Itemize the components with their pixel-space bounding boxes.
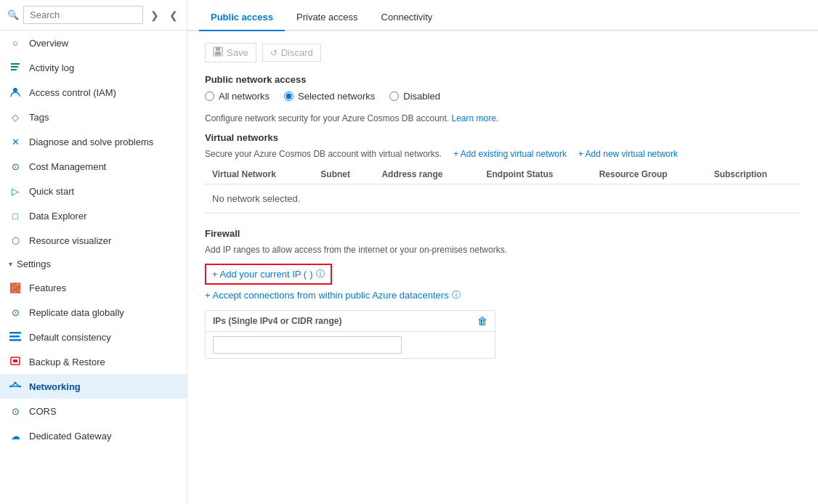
ip-column-header: IPs (Single IPv4 or CIDR range) — [213, 316, 341, 326]
radio-disabled[interactable]: Disabled — [389, 91, 440, 102]
public-network-access-section: Public network access All networks Selec… — [205, 74, 801, 123]
sidebar: 🔍 ❯ ❮ ○ Overview Activity log Access con… — [0, 0, 187, 504]
sidebar-item-gateway[interactable]: ☁ Dedicated Gateway — [0, 423, 187, 448]
discard-icon: ↺ — [270, 48, 278, 58]
sidebar-item-activity-log[interactable]: Activity log — [0, 55, 187, 80]
gateway-icon: ☁ — [9, 429, 22, 442]
resource-vis-icon: ⬡ — [9, 234, 22, 247]
network-access-desc-text: Configure network security for your Azur… — [205, 113, 449, 123]
sidebar-item-label: Overview — [29, 38, 68, 49]
svg-rect-6 — [9, 339, 21, 341]
firewall-title: Firewall — [205, 228, 801, 239]
svg-rect-0 — [11, 63, 20, 65]
search-input[interactable] — [23, 6, 143, 24]
sidebar-item-cors[interactable]: ⊙ CORS — [0, 399, 187, 423]
accept-connections-label: + Accept connections from within public … — [205, 290, 449, 301]
radio-all-networks-input[interactable] — [205, 92, 214, 101]
sidebar-item-label: Activity log — [29, 62, 74, 73]
svg-rect-8 — [13, 359, 17, 362]
settings-section-header[interactable]: ▾ Settings — [0, 253, 187, 275]
col-virtual-network: Virtual Network — [205, 165, 313, 184]
sidebar-item-label: CORS — [29, 406, 57, 417]
svg-point-14 — [19, 386, 21, 388]
cost-icon: ⊙ — [9, 160, 22, 173]
tab-bar: Public access Private access Connectivit… — [187, 0, 818, 31]
svg-rect-1 — [11, 66, 18, 68]
sidebar-item-cost[interactable]: ⊙ Cost Management — [0, 154, 187, 179]
ip-input[interactable] — [213, 336, 402, 354]
backup-icon — [9, 355, 22, 368]
svg-point-3 — [13, 88, 17, 92]
sidebar-item-label: Backup & Restore — [29, 357, 105, 367]
sidebar-item-diagnose[interactable]: ✕ Diagnose and solve problems — [0, 129, 187, 154]
sidebar-item-resource-vis[interactable]: ⬡ Resource visualizer — [0, 228, 187, 253]
data-explorer-icon: □ — [9, 209, 22, 222]
vnet-desc: Secure your Azure Cosmos DB account with… — [205, 149, 442, 159]
svg-rect-5 — [9, 336, 20, 338]
sidebar-item-tags[interactable]: ◇ Tags — [0, 105, 187, 129]
add-existing-vnet-link[interactable]: + Add existing virtual network — [453, 149, 567, 159]
search-bar: 🔍 ❯ ❮ — [0, 0, 187, 31]
sidebar-item-label: Cost Management — [29, 161, 106, 172]
col-endpoint-status: Endpoint Status — [479, 165, 592, 184]
tab-public-access[interactable]: Public access — [199, 6, 285, 31]
settings-label: Settings — [17, 259, 51, 269]
tab-connectivity[interactable]: Connectivity — [370, 6, 445, 31]
network-access-radio-group: All networks Selected networks Disabled — [205, 91, 801, 102]
vnet-title: Virtual networks — [205, 132, 801, 143]
delete-ip-icon[interactable]: 🗑 — [477, 315, 487, 327]
sidebar-item-replicate[interactable]: ⊙ Replicate data globally — [0, 300, 187, 325]
nav-forward-icon[interactable]: ❯ — [147, 8, 162, 23]
add-current-ip-btn[interactable]: + Add your current IP ( ) ⓘ — [205, 264, 332, 285]
col-subscription: Subscription — [707, 165, 801, 184]
sidebar-item-iam[interactable]: Access control (IAM) — [0, 80, 187, 105]
search-icon: 🔍 — [7, 9, 19, 20]
sidebar-item-label: Resource visualizer — [29, 235, 111, 246]
discard-button[interactable]: ↺ Discard — [262, 44, 321, 62]
svg-rect-17 — [215, 52, 221, 55]
learn-more-link[interactable]: Learn more. — [451, 113, 498, 123]
sidebar-item-label: Data Explorer — [29, 211, 86, 221]
replicate-icon: ⊙ — [9, 306, 22, 319]
consistency-icon — [9, 330, 22, 344]
sidebar-item-quickstart[interactable]: ▷ Quick start — [0, 179, 187, 203]
col-address-range: Address range — [374, 165, 479, 184]
radio-selected-networks[interactable]: Selected networks — [284, 91, 375, 102]
sidebar-item-features[interactable]: 🧱 Features — [0, 275, 187, 300]
sidebar-item-networking[interactable]: Networking — [0, 374, 187, 399]
radio-selected-networks-input[interactable] — [284, 92, 293, 101]
nav-back-icon[interactable]: ❮ — [166, 8, 181, 23]
add-new-vnet-link[interactable]: + Add new virtual network — [578, 149, 678, 159]
svg-rect-4 — [9, 332, 21, 334]
networking-icon — [9, 380, 22, 393]
firewall-section: Firewall Add IP ranges to allow access f… — [205, 228, 801, 359]
add-ip-label: + Add your current IP ( — [212, 269, 307, 280]
sidebar-item-backup[interactable]: Backup & Restore — [0, 349, 187, 374]
vnet-table: Virtual Network Subnet Address range End… — [205, 165, 801, 184]
save-label: Save — [227, 47, 248, 58]
radio-disabled-input[interactable] — [389, 92, 399, 101]
accept-connections-link[interactable]: + Accept connections from within public … — [205, 289, 801, 301]
toolbar: Save ↺ Discard — [205, 43, 801, 62]
features-icon: 🧱 — [9, 281, 22, 294]
save-button[interactable]: Save — [205, 43, 256, 62]
sidebar-item-label: Tags — [29, 112, 49, 123]
sidebar-item-label: Networking — [29, 381, 81, 392]
public-network-title: Public network access — [205, 74, 801, 85]
firewall-desc: Add IP ranges to allow access from the i… — [205, 245, 801, 255]
tab-private-access[interactable]: Private access — [285, 6, 370, 31]
svg-point-12 — [15, 382, 17, 384]
sidebar-item-label: Replicate data globally — [29, 307, 124, 318]
sidebar-item-overview[interactable]: ○ Overview — [0, 31, 187, 55]
sidebar-item-label: Default consistency — [29, 332, 111, 343]
sidebar-item-label: Diagnose and solve problems — [29, 137, 153, 147]
sidebar-item-consistency[interactable]: Default consistency — [0, 325, 187, 349]
save-icon — [213, 46, 223, 59]
radio-all-networks[interactable]: All networks — [205, 91, 270, 102]
virtual-networks-section: Virtual networks Secure your Azure Cosmo… — [205, 132, 801, 214]
radio-selected-networks-label: Selected networks — [298, 91, 375, 102]
discard-label: Discard — [281, 47, 313, 58]
svg-point-13 — [9, 386, 12, 388]
sidebar-item-data-explorer[interactable]: □ Data Explorer — [0, 203, 187, 228]
overview-icon: ○ — [9, 36, 22, 49]
